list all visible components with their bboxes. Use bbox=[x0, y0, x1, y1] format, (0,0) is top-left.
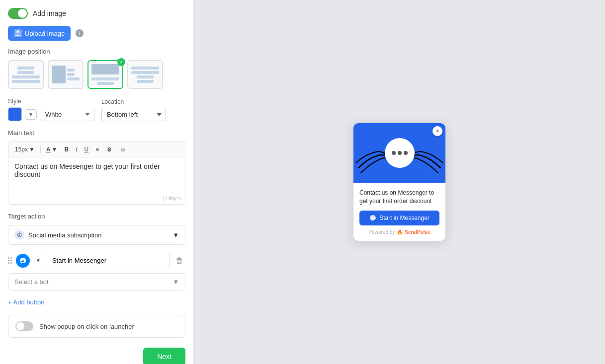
messenger-type-icon bbox=[16, 254, 30, 268]
select-bot-wrapper: Select a bot ▼ bbox=[8, 273, 185, 291]
style-field-group: Style ▼ White Dark Blue bbox=[8, 98, 94, 121]
pos-bar bbox=[67, 77, 80, 80]
image-position-grid: ✓ bbox=[8, 60, 185, 89]
delete-button-btn[interactable]: 🗑 bbox=[173, 254, 185, 267]
flame-icon: 🔥 bbox=[397, 229, 403, 235]
text-color-btn[interactable]: A ▼ bbox=[44, 145, 60, 154]
show-popup-label: Show popup on click on launcher bbox=[39, 323, 134, 330]
popup-image: × bbox=[353, 123, 445, 183]
italic-btn[interactable]: I bbox=[73, 145, 80, 154]
select-bot-placeholder: Select a bot bbox=[14, 278, 49, 286]
bubble-dot-3 bbox=[404, 151, 408, 155]
style-chevron[interactable]: ▼ bbox=[25, 109, 37, 120]
resize-icon: ⤡ bbox=[178, 196, 182, 201]
upload-row: Upload image i bbox=[8, 26, 185, 41]
bubble-dot-2 bbox=[398, 151, 402, 155]
target-action-dropdown[interactable]: Social media subscription ▼ bbox=[8, 225, 185, 245]
button-type-chevron[interactable]: ▼ bbox=[34, 257, 43, 264]
image-position-label: Image position bbox=[8, 48, 185, 55]
start-messenger-button[interactable]: Start in Messenger bbox=[359, 211, 439, 225]
font-size-selector[interactable]: 15px ▼ bbox=[12, 145, 37, 154]
color-swatch[interactable] bbox=[8, 107, 22, 121]
check-badge: ✓ bbox=[117, 58, 125, 66]
show-popup-toggle[interactable] bbox=[15, 321, 33, 331]
info-icon[interactable]: i bbox=[76, 29, 84, 37]
upload-image-label: Upload image bbox=[25, 30, 65, 37]
drag-dot bbox=[8, 262, 9, 264]
drag-dot bbox=[10, 260, 12, 261]
drag-dot bbox=[10, 257, 12, 259]
tiny-icon: ⬡ bbox=[163, 196, 167, 201]
add-button-link[interactable]: + Add button bbox=[8, 298, 44, 306]
main-text-label: Main text bbox=[8, 129, 185, 137]
position-option-1[interactable] bbox=[8, 60, 44, 89]
pos-bar bbox=[131, 67, 159, 70]
target-action-chevron: ▼ bbox=[173, 231, 179, 239]
social-icon-svg bbox=[16, 232, 22, 238]
pos-bar bbox=[17, 71, 34, 74]
upload-icon bbox=[14, 29, 22, 37]
text-toolbar: 15px ▼ A ▼ B I U ≡ ☺ bbox=[8, 142, 185, 157]
popup-text: Contact us on Messenger to get your firs… bbox=[359, 189, 439, 206]
emoji-btn[interactable]: ☺ bbox=[117, 145, 128, 154]
add-image-label: Add image bbox=[33, 9, 66, 17]
pos-bar bbox=[131, 71, 159, 74]
font-size-chevron: ▼ bbox=[29, 146, 35, 153]
add-image-toggle[interactable] bbox=[8, 8, 28, 19]
start-messenger-label: Start in Messenger bbox=[379, 215, 430, 221]
show-popup-row: Show popup on click on launcher bbox=[8, 315, 185, 338]
button-text-input[interactable] bbox=[47, 253, 170, 268]
toolbar-divider-1 bbox=[40, 146, 41, 153]
pos-bar bbox=[97, 82, 114, 85]
left-panel: Add image Upload image i Image position bbox=[0, 0, 194, 364]
target-action-value: Social media subscription bbox=[28, 231, 101, 239]
pos-bar bbox=[137, 75, 154, 78]
right-panel: × Contact us on Messenger bbox=[194, 0, 605, 364]
align-btn[interactable]: ≡ bbox=[93, 145, 101, 154]
style-select[interactable]: White Dark Blue bbox=[40, 108, 94, 121]
main-text-section: Main text 15px ▼ A ▼ B I U ≡ ☺ Contact u… bbox=[8, 129, 185, 205]
sendpulse-brand: SendPulse bbox=[405, 229, 430, 235]
drag-handle[interactable] bbox=[8, 257, 12, 264]
main-text-input[interactable]: Contact us on Messenger to get your firs… bbox=[8, 157, 185, 202]
pos-bar bbox=[137, 80, 154, 83]
popup-body: Contact us on Messenger to get your firs… bbox=[353, 183, 445, 241]
drag-dot-row-3 bbox=[8, 262, 12, 264]
style-location-row: Style ▼ White Dark Blue Location Bottom … bbox=[8, 98, 185, 121]
select-bot-dropdown[interactable]: Select a bot ▼ bbox=[8, 273, 185, 291]
location-select[interactable]: Bottom left Bottom right Top left Top ri… bbox=[101, 108, 166, 121]
pos-bar bbox=[67, 73, 75, 76]
powered-by: Powered by 🔥 SendPulse bbox=[359, 229, 439, 235]
messenger-icon bbox=[19, 257, 26, 264]
add-image-row: Add image bbox=[8, 8, 185, 19]
target-action-label: Target action bbox=[8, 213, 185, 220]
powered-by-text: Powered by bbox=[369, 229, 395, 235]
drag-dot-row-1 bbox=[8, 257, 12, 259]
position-option-3[interactable]: ✓ bbox=[87, 60, 123, 89]
popup-preview: × Contact us on Messenger bbox=[353, 123, 445, 241]
style-label: Style bbox=[8, 98, 94, 105]
target-action-left: Social media subscription bbox=[14, 230, 101, 240]
next-btn-row: Next bbox=[8, 348, 185, 364]
drag-dot-row-2 bbox=[8, 260, 12, 261]
bold-btn[interactable]: B bbox=[62, 145, 71, 154]
target-action-section: Target action Social media subscription … bbox=[8, 213, 185, 245]
pos-bar bbox=[17, 67, 34, 70]
tiny-label: tiny bbox=[169, 196, 176, 201]
next-button[interactable]: Next bbox=[143, 348, 185, 364]
position-option-4[interactable] bbox=[127, 60, 163, 89]
tiny-badge: ⬡ tiny ⤡ bbox=[163, 196, 182, 201]
position-option-2[interactable] bbox=[48, 60, 84, 89]
pos-img-top bbox=[91, 64, 119, 74]
location-field-group: Location Bottom left Bottom right Top le… bbox=[101, 98, 166, 121]
link-icon bbox=[106, 146, 113, 153]
style-row: ▼ White Dark Blue bbox=[8, 107, 94, 121]
pos-bar bbox=[67, 69, 75, 72]
link-btn[interactable] bbox=[103, 145, 115, 154]
underline-btn[interactable]: U bbox=[82, 145, 91, 154]
messenger-bubble bbox=[385, 138, 415, 168]
messenger-btn-icon bbox=[369, 215, 376, 221]
drag-dot bbox=[10, 262, 12, 264]
upload-image-button[interactable]: Upload image bbox=[8, 26, 71, 41]
select-bot-chevron: ▼ bbox=[173, 278, 179, 286]
